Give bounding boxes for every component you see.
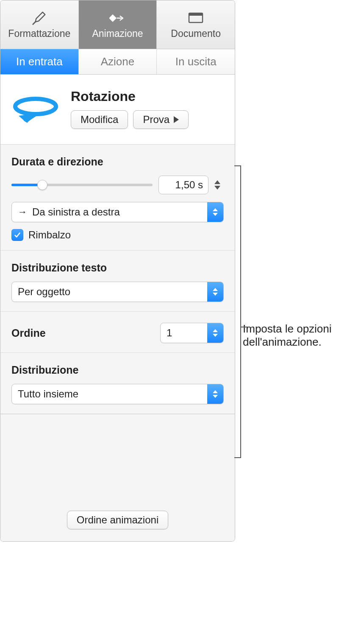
delivery-section: Distribuzione Tutto insieme xyxy=(0,353,235,414)
duration-value: 1,50 s xyxy=(175,179,203,191)
play-icon xyxy=(174,116,179,123)
toolbar-format[interactable]: Formattazione xyxy=(0,0,79,49)
text-delivery-value: Per oggetto xyxy=(18,286,70,298)
svg-rect-0 xyxy=(109,14,117,22)
bounce-label: Rimbalzo xyxy=(28,229,71,241)
chevron-up-icon xyxy=(214,180,220,184)
tab-action[interactable]: Azione xyxy=(79,49,157,74)
direction-popup[interactable]: →Da sinistra a destra xyxy=(11,202,224,222)
duration-field[interactable]: 1,50 s xyxy=(158,176,208,194)
toolbar-animate-label: Animazione xyxy=(92,28,143,39)
callout-annotation: Imposta le opzioni dell'animazione. xyxy=(243,0,361,349)
order-value: 1 xyxy=(167,327,172,339)
toolbar-animate[interactable]: Animazione xyxy=(79,0,157,49)
modify-button-label: Modifica xyxy=(81,114,118,126)
text-delivery-label: Distribuzione testo xyxy=(11,262,224,274)
options-body: Durata e direzione 1,50 s →Da sinistra a… xyxy=(0,145,235,541)
delivery-popup[interactable]: Tutto insieme xyxy=(11,384,224,404)
effect-header: Rotazione Modifica Prova xyxy=(0,75,235,145)
duration-label: Durata e direzione xyxy=(11,156,224,168)
duration-slider[interactable] xyxy=(11,179,153,191)
svg-point-3 xyxy=(15,99,56,114)
animation-tabs: In entrata Azione In uscita xyxy=(0,49,235,75)
delivery-label: Distribuzione xyxy=(11,364,224,376)
document-icon xyxy=(187,10,204,25)
preview-button[interactable]: Prova xyxy=(133,110,189,129)
inspector-toolbar: Formattazione Animazione Documento xyxy=(0,0,235,49)
popup-chevrons-icon xyxy=(207,202,223,222)
modify-button[interactable]: Modifica xyxy=(71,110,128,129)
arrow-right-icon: → xyxy=(18,207,27,218)
brush-icon xyxy=(31,10,48,25)
effect-title: Rotazione xyxy=(71,89,224,104)
popup-chevrons-icon xyxy=(207,323,223,343)
tab-build-out[interactable]: In uscita xyxy=(157,49,235,74)
text-delivery-popup[interactable]: Per oggetto xyxy=(11,282,224,302)
order-label: Ordine xyxy=(11,327,46,339)
direction-value: Da sinistra a destra xyxy=(32,206,120,218)
animate-icon xyxy=(109,10,126,25)
duration-section: Durata e direzione 1,50 s →Da sinistra a… xyxy=(0,145,235,251)
rotation-icon xyxy=(8,87,63,130)
popup-chevrons-icon xyxy=(207,282,223,302)
order-section: Ordine 1 xyxy=(0,312,235,353)
bounce-checkbox[interactable] xyxy=(11,229,23,241)
build-order-label: Ordine animazioni xyxy=(77,514,158,526)
duration-stepper[interactable] xyxy=(214,176,224,194)
svg-rect-2 xyxy=(189,13,203,16)
preview-button-label: Prova xyxy=(143,114,169,126)
panel-footer: Ordine animazioni xyxy=(0,414,235,541)
text-delivery-section: Distribuzione testo Per oggetto xyxy=(0,251,235,312)
tab-build-in[interactable]: In entrata xyxy=(0,49,79,74)
callout-text: Imposta le opzioni dell'animazione. xyxy=(243,322,332,348)
chevron-down-icon xyxy=(214,186,220,190)
checkmark-icon xyxy=(14,231,21,239)
delivery-value: Tutto insieme xyxy=(18,388,78,400)
toolbar-document-label: Documento xyxy=(171,28,221,39)
inspector-panel: Formattazione Animazione Documento In en… xyxy=(0,0,235,542)
toolbar-document[interactable]: Documento xyxy=(157,0,235,49)
build-order-button[interactable]: Ordine animazioni xyxy=(67,511,168,529)
order-popup[interactable]: 1 xyxy=(160,323,224,343)
toolbar-format-label: Formattazione xyxy=(8,28,70,39)
popup-chevrons-icon xyxy=(207,384,223,404)
